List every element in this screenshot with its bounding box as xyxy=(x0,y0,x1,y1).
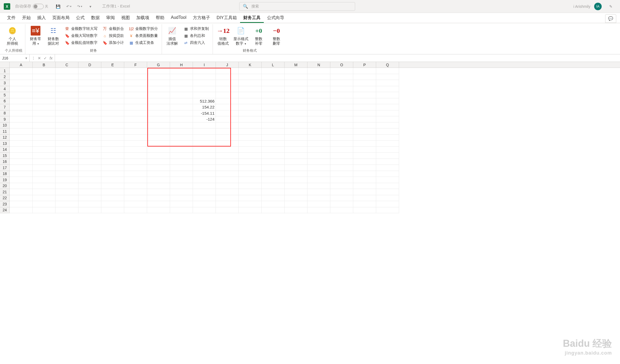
cell-Q24[interactable] xyxy=(376,207,399,214)
cell-J1[interactable] xyxy=(216,68,239,74)
cell-O11[interactable] xyxy=(330,128,353,135)
cell-F19[interactable] xyxy=(124,177,147,183)
cell-G17[interactable] xyxy=(147,165,170,171)
cell-J20[interactable] xyxy=(216,183,239,189)
cell-F2[interactable] xyxy=(124,74,147,80)
tab-数据[interactable]: 数据 xyxy=(88,13,103,23)
cell-I8[interactable]: -154.11 xyxy=(193,110,216,117)
cell-L19[interactable] xyxy=(262,177,285,183)
cell-J14[interactable] xyxy=(216,147,239,153)
cell-B8[interactable] xyxy=(33,110,56,117)
cell-H20[interactable] xyxy=(170,183,193,189)
cell-E18[interactable] xyxy=(101,171,124,177)
cell-F15[interactable] xyxy=(124,153,147,159)
cell-G8[interactable] xyxy=(147,110,170,117)
cell-K20[interactable] xyxy=(239,183,262,189)
cell-I11[interactable] xyxy=(193,128,216,135)
cell-O18[interactable] xyxy=(330,171,353,177)
row-header-2[interactable]: 2 xyxy=(0,74,10,80)
cell-M10[interactable] xyxy=(285,122,307,129)
cell-J13[interactable] xyxy=(216,141,239,147)
cell-N11[interactable] xyxy=(307,128,330,135)
cell-C11[interactable] xyxy=(56,128,78,135)
cell-M9[interactable] xyxy=(285,116,307,122)
undo-icon[interactable]: ↶▾ xyxy=(66,4,71,9)
cell-D22[interactable] xyxy=(78,195,101,201)
column-header-I[interactable]: I xyxy=(193,62,216,68)
finance-compare-button[interactable]: ☷ 财务数据比对 xyxy=(46,26,61,46)
cell-P6[interactable] xyxy=(353,98,376,104)
cell-P1[interactable] xyxy=(353,68,376,74)
cell-J11[interactable] xyxy=(216,128,239,135)
cell-F17[interactable] xyxy=(124,165,147,171)
cell-O12[interactable] xyxy=(330,135,353,141)
cell-H23[interactable] xyxy=(170,201,193,207)
name-box[interactable]: J16 ▼ xyxy=(0,54,30,62)
cell-L9[interactable] xyxy=(262,116,285,122)
column-header-L[interactable]: L xyxy=(262,62,285,68)
cell-H19[interactable] xyxy=(170,177,193,183)
cell-C8[interactable] xyxy=(56,110,78,117)
cell-L3[interactable] xyxy=(262,80,285,86)
cell-C9[interactable] xyxy=(56,116,78,122)
cell-G7[interactable] xyxy=(147,104,170,110)
select-all-corner[interactable] xyxy=(0,62,10,68)
cell-B11[interactable] xyxy=(33,128,56,135)
cell-D18[interactable] xyxy=(78,171,101,177)
tab-方方格子[interactable]: 方方格子 xyxy=(190,13,213,23)
cell-E23[interactable] xyxy=(101,201,124,207)
cell-C12[interactable] xyxy=(56,135,78,141)
sum-copy-button[interactable]: ▦求和并复制 xyxy=(182,26,210,32)
cell-G5[interactable] xyxy=(147,92,170,98)
cell-H18[interactable] xyxy=(170,171,193,177)
tab-视图[interactable]: 视图 xyxy=(118,13,133,23)
cell-C23[interactable] xyxy=(56,201,78,207)
cell-B5[interactable] xyxy=(33,92,56,98)
row-header-21[interactable]: 21 xyxy=(0,189,10,195)
cell-Q7[interactable] xyxy=(376,104,399,110)
payslip-button[interactable]: ▦生成工资条 xyxy=(128,40,159,46)
cell-K11[interactable] xyxy=(239,128,262,135)
user-name[interactable]: i Arishmily xyxy=(573,4,590,9)
cell-J17[interactable] xyxy=(216,165,239,171)
cell-E12[interactable] xyxy=(101,135,124,141)
cell-M16[interactable] xyxy=(285,159,307,165)
cell-C10[interactable] xyxy=(56,122,78,129)
cell-C1[interactable] xyxy=(56,68,78,74)
cell-J18[interactable] xyxy=(216,171,239,177)
add-subtotal-button[interactable]: 🔖添加小计 xyxy=(101,40,125,46)
column-header-O[interactable]: O xyxy=(330,62,353,68)
cell-J5[interactable] xyxy=(216,92,239,98)
cell-D3[interactable] xyxy=(78,80,101,86)
cell-A4[interactable] xyxy=(10,86,33,92)
display-format-number-button[interactable]: 📄 显示格式数字 ▾ xyxy=(233,26,248,46)
income-tax-button[interactable]: 🪙 个人所得税 xyxy=(5,26,20,46)
cell-O4[interactable] xyxy=(330,86,353,92)
cell-J16[interactable] xyxy=(216,159,239,165)
cell-Q15[interactable] xyxy=(376,153,399,159)
user-avatar[interactable]: IA xyxy=(594,3,602,10)
cell-L21[interactable] xyxy=(262,189,285,195)
cell-Q6[interactable] xyxy=(376,98,399,104)
cell-O7[interactable] xyxy=(330,104,353,110)
fx-icon[interactable]: fx xyxy=(50,56,53,60)
cell-Q14[interactable] xyxy=(376,147,399,153)
cell-I21[interactable] xyxy=(193,189,216,195)
tab-文件[interactable]: 文件 xyxy=(4,13,19,23)
cell-E5[interactable] xyxy=(101,92,124,98)
cell-J7[interactable] xyxy=(216,104,239,110)
cell-P18[interactable] xyxy=(353,171,376,177)
cell-F8[interactable] xyxy=(124,110,147,117)
cell-L16[interactable] xyxy=(262,159,285,165)
cell-F20[interactable] xyxy=(124,183,147,189)
cell-Q16[interactable] xyxy=(376,159,399,165)
cell-G22[interactable] xyxy=(147,195,170,201)
row-header-1[interactable]: 1 xyxy=(0,68,10,74)
cell-O10[interactable] xyxy=(330,122,353,129)
cell-N18[interactable] xyxy=(307,171,330,177)
cell-C5[interactable] xyxy=(56,92,78,98)
cell-D9[interactable] xyxy=(78,116,101,122)
cell-N17[interactable] xyxy=(307,165,330,171)
cell-Q20[interactable] xyxy=(376,183,399,189)
row-header-5[interactable]: 5 xyxy=(0,92,10,98)
